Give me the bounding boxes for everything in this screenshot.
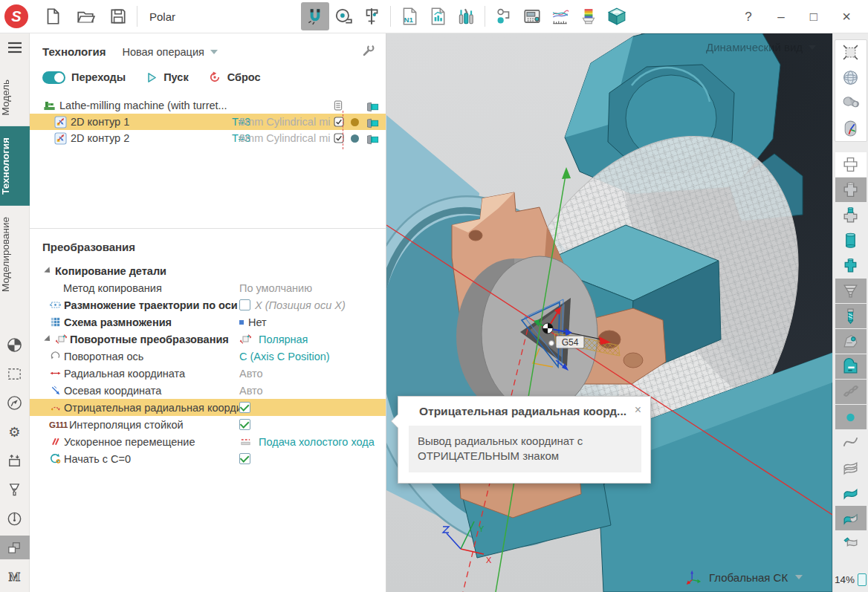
fixture-icon[interactable]: [835, 279, 867, 303]
measure-tape-icon[interactable]: [329, 2, 357, 30]
tool-display-icon[interactable]: [835, 304, 867, 328]
flag-display-icon[interactable]: [835, 531, 867, 556]
transforms-squares-icon[interactable]: [0, 536, 30, 559]
surface-wire-icon[interactable]: [835, 455, 867, 480]
view-part-cs-icon[interactable]: [835, 116, 867, 140]
param-row[interactable]: Осевая координатаАвто: [30, 382, 386, 399]
view-sphere-icon[interactable]: [835, 65, 867, 90]
param-checkbox[interactable]: [239, 419, 250, 430]
maximize-button[interactable]: □: [803, 6, 825, 28]
compass-icon[interactable]: [0, 391, 30, 414]
save-document-icon[interactable]: [104, 2, 132, 30]
countersink-tool-icon[interactable]: [0, 478, 30, 501]
new-operation-dropdown[interactable]: Новая операция: [122, 46, 217, 58]
report-chart-icon[interactable]: [424, 2, 452, 30]
nc-program-icon[interactable]: N1: [395, 2, 424, 30]
stock-wireframe-icon[interactable]: [835, 152, 867, 177]
param-value[interactable]: X (Позиция оси X): [255, 299, 346, 311]
param-row[interactable]: Начать с C=0: [30, 450, 386, 467]
tree-row-operation[interactable]: 2D контур 2 T#3 6mm Cylindrical mill: [30, 130, 386, 146]
workpiece-quadrant-icon[interactable]: [0, 333, 30, 357]
part-stock-icon[interactable]: [835, 203, 867, 227]
param-label: Метод копирования: [63, 282, 162, 294]
curve-display-icon[interactable]: [835, 430, 867, 455]
param-label: Радиальная координата: [64, 368, 185, 380]
sidebar-tab-technology[interactable]: Технология: [0, 126, 30, 206]
gauge-dial-icon[interactable]: [0, 507, 30, 530]
minimize-button[interactable]: –: [770, 6, 792, 28]
param-value[interactable]: Полярная: [259, 334, 308, 345]
control-panel-icon[interactable]: [518, 2, 546, 30]
param-row[interactable]: Схема размноженияНет: [30, 313, 386, 331]
tool-library-icon[interactable]: [452, 2, 480, 30]
hamburger-menu-icon[interactable]: [7, 41, 23, 56]
axis-y-label: Y: [479, 524, 485, 533]
param-row[interactable]: Поворотные преобразованияПолярная: [30, 331, 386, 348]
chevron-expanded-icon[interactable]: [44, 267, 52, 275]
param-value[interactable]: Авто: [239, 368, 263, 380]
new-document-icon[interactable]: [39, 2, 67, 30]
toolpath-hatch-icon[interactable]: [835, 380, 867, 404]
tree-row-machine[interactable]: Lathe-milling machine (with turret...: [30, 97, 386, 114]
start-c0-icon: [49, 452, 62, 465]
param-row[interactable]: Поворотная осьC (Axis C Position): [30, 348, 386, 365]
param-label: Схема размножения: [64, 316, 172, 328]
view-part-icon[interactable]: [835, 91, 867, 115]
macro-m-icon[interactable]: M: [0, 565, 30, 588]
simulation-box-icon[interactable]: [603, 2, 631, 30]
tree-row-operation[interactable]: 2D контур 1 T#3 6mm Cylindrical mill: [30, 114, 386, 130]
reset-button[interactable]: Сброс: [208, 71, 261, 84]
param-row[interactable]: Копирование детали: [30, 262, 386, 279]
param-row[interactable]: Отрицательная радиальная координ: [30, 399, 386, 416]
layers-stack-icon[interactable]: [574, 2, 603, 30]
param-checkbox[interactable]: [239, 402, 250, 413]
sidebar-tab-simulation[interactable]: Моделирование: [0, 206, 30, 303]
stock-solid-icon[interactable]: [835, 178, 867, 202]
param-value[interactable]: Авто: [239, 385, 263, 397]
stock-box-icon[interactable]: [0, 449, 30, 472]
caliper-icon[interactable]: [357, 2, 386, 30]
param-value[interactable]: По умолчанию: [239, 282, 312, 294]
fit-view-icon[interactable]: [835, 40, 867, 65]
toggle-on-icon[interactable]: [42, 71, 65, 84]
param-value[interactable]: Подача холостого хода: [259, 436, 375, 448]
surface-shaded-icon[interactable]: [835, 506, 867, 530]
selection-frame-icon[interactable]: [0, 362, 30, 386]
machine-head-icon[interactable]: [835, 329, 867, 354]
status-dot: [351, 118, 359, 126]
tooltip-close-icon[interactable]: ×: [633, 405, 643, 415]
machine-solid-icon[interactable]: [835, 354, 867, 379]
param-row[interactable]: Размножение траектории по осиX (Позиция …: [30, 296, 386, 313]
toolbar-separator: [137, 6, 137, 27]
contour-operation-icon: [54, 115, 68, 129]
help-button[interactable]: ?: [737, 6, 760, 28]
graph-curves-icon[interactable]: [546, 2, 574, 30]
transitions-toggle[interactable]: Переходы: [42, 71, 126, 84]
machine-node-icon[interactable]: [490, 2, 518, 30]
param-value[interactable]: C (Axis C Position): [239, 351, 330, 362]
viewport-3d[interactable]: G54 Y X Динамический вид Отрицательная р…: [386, 33, 832, 592]
stock-cylinder-icon[interactable]: [835, 228, 867, 253]
coordinate-system-selector[interactable]: Глобальная СК: [709, 571, 788, 584]
close-button[interactable]: ×: [835, 6, 858, 28]
settings-gear-icon[interactable]: ⚙: [0, 420, 30, 443]
tooltip-body: Вывод радиальных координат с ОТРИЦАТЕЛЬН…: [409, 426, 641, 472]
surface-teal-icon[interactable]: [835, 481, 867, 505]
param-value[interactable]: Нет: [248, 316, 267, 328]
settings-wrench-icon[interactable]: [360, 43, 375, 60]
param-checkbox[interactable]: [239, 453, 250, 464]
run-button[interactable]: Пуск: [145, 71, 188, 84]
param-checkbox[interactable]: [239, 299, 250, 310]
param-row[interactable]: G111Интерполяция стойкой: [30, 416, 386, 433]
part-solid-icon[interactable]: [835, 253, 867, 278]
magnet-snap-icon[interactable]: [301, 2, 329, 30]
view-mode-dropdown[interactable]: Динамический вид: [706, 41, 816, 53]
param-row[interactable]: Ускоренное перемещениеПодача холостого х…: [30, 433, 386, 450]
param-row[interactable]: Радиальная координатаАвто: [30, 365, 386, 382]
param-row[interactable]: Метод копированияПо умолчанию: [30, 279, 386, 296]
sidebar-tab-model[interactable]: Модель: [0, 68, 30, 126]
chevron-expanded-icon[interactable]: [44, 335, 52, 343]
open-folder-icon[interactable]: [71, 2, 100, 30]
point-display-icon[interactable]: [835, 405, 867, 429]
comment-icon[interactable]: [332, 100, 344, 111]
